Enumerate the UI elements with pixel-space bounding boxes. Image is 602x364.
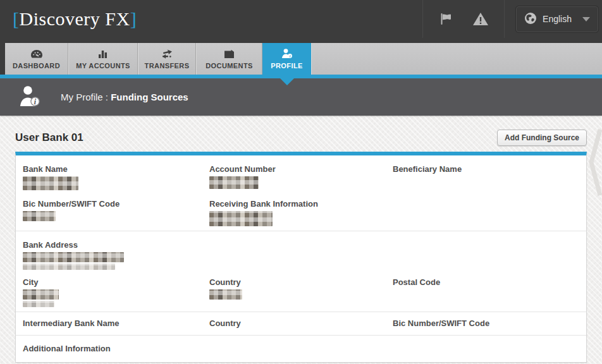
breadcrumb-page: Funding Sources (111, 92, 188, 102)
breadcrumb: My Profile : Funding Sources (61, 92, 188, 102)
tab-dashboard[interactable]: DASHBOARD (5, 43, 68, 75)
panel-section-bank: Bank Name Account Number Beneficiary Nam… (16, 155, 586, 231)
field-bank-name: Bank Name (23, 164, 209, 191)
panel-section-additional: Additional Information (16, 335, 586, 362)
chevron-down-icon (582, 17, 590, 21)
field-label: City (23, 277, 209, 288)
redacted-value (209, 211, 273, 226)
field-label: Bank Name (23, 164, 209, 174)
active-tab-underline (0, 75, 602, 78)
warning-icon[interactable] (472, 11, 489, 27)
field-additional-information: Additional Information (23, 343, 586, 354)
logo-bracket-left: [ (13, 8, 20, 29)
gauge-icon (30, 49, 44, 59)
exchange-arrows-icon (160, 49, 174, 59)
field-label: Receiving Bank Information (209, 198, 393, 209)
globe-icon (524, 12, 537, 27)
header-icon-group (422, 0, 505, 38)
page-title: User Bank 01 (15, 131, 83, 144)
field-label: Beneficiary Name (393, 164, 586, 174)
profile-person-icon: i (17, 85, 45, 110)
field-label: Postal Code (393, 277, 586, 288)
tab-my-accounts[interactable]: MY ACCOUNTS (68, 43, 138, 75)
add-funding-source-button[interactable]: Add Funding Source (497, 130, 587, 146)
person-info-icon: i (280, 48, 294, 59)
panel-section-address: Bank Address City Country (16, 231, 586, 312)
breadcrumb-section: My Profile (61, 92, 103, 102)
app-logo: [Discovery FX] (13, 8, 137, 30)
field-label: Country (209, 318, 393, 329)
field-intermediary-bic: Bic Number/SWIFT Code (393, 318, 586, 329)
field-row: Bank Address (23, 240, 586, 270)
header-right: English (422, 0, 602, 38)
field-row: Bic Number/SWIFT Code Receiving Bank Inf… (23, 198, 586, 226)
field-label: Bank Address (23, 240, 586, 250)
field-label: Additional Information (23, 343, 586, 354)
field-row: Additional Information (23, 343, 586, 354)
field-postal-code: Postal Code (393, 277, 586, 307)
tab-label: DASHBOARD (13, 62, 60, 70)
flag-icon[interactable] (438, 11, 453, 27)
field-label: Country (209, 277, 393, 288)
tab-label: MY ACCOUNTS (76, 62, 130, 70)
field-intermediary-bank-name: Intermediary Bank Name (23, 318, 209, 329)
empty-value (393, 289, 586, 305)
funding-source-panel: Bank Name Account Number Beneficiary Nam… (15, 152, 587, 363)
logo-text: Discovery FX (20, 8, 130, 29)
redacted-value (23, 176, 78, 190)
field-bank-address: Bank Address (23, 240, 586, 270)
tab-strip-filler (311, 43, 602, 75)
redacted-value (23, 289, 59, 300)
breadcrumb-bar: i My Profile : Funding Sources (0, 78, 602, 116)
field-account-number: Account Number (209, 164, 393, 191)
field-city: City (23, 277, 209, 307)
tab-label: DOCUMENTS (206, 62, 253, 70)
tab-label: PROFILE (271, 62, 302, 70)
tab-label: TRANSFERS (145, 62, 190, 70)
nav-tabs: DASHBOARD MY ACCOUNTS TRA (5, 43, 602, 75)
field-label: Account Number (209, 164, 393, 174)
panel-section-intermediary: Intermediary Bank Name Country Bic Numbe… (16, 312, 586, 335)
folder-icon (223, 49, 236, 59)
field-label: Bic Number/SWIFT Code (393, 318, 586, 329)
field-intermediary-country: Country (209, 318, 393, 329)
redacted-value (23, 301, 54, 307)
field-row: Intermediary Bank Name Country Bic Numbe… (23, 318, 586, 329)
tab-transfers[interactable]: TRANSFERS (138, 43, 196, 75)
breadcrumb-separator: : (103, 92, 111, 102)
redacted-value (23, 264, 115, 270)
app-header: [Discovery FX] (0, 0, 602, 38)
main-nav: DASHBOARD MY ACCOUNTS TRA (0, 38, 602, 78)
empty-value (393, 176, 586, 191)
field-country: Country (209, 277, 393, 307)
redacted-value (23, 252, 124, 262)
language-label: English (543, 14, 572, 24)
field-row: City Country Postal Code (23, 277, 586, 307)
content-header-row: User Bank 01 Add Funding Source (15, 130, 587, 146)
field-label: Bic Number/SWIFT Code (23, 198, 209, 209)
redacted-value (209, 176, 259, 189)
tab-documents[interactable]: DOCUMENTS (196, 43, 262, 75)
tab-profile[interactable]: i PROFILE (262, 43, 311, 75)
field-spacer (393, 198, 586, 226)
logo-bracket-right: ] (130, 8, 137, 29)
redacted-value (209, 289, 242, 300)
field-label: Intermediary Bank Name (23, 318, 209, 329)
field-row: Bank Name Account Number Beneficiary Nam… (23, 164, 586, 191)
content-area: User Bank 01 Add Funding Source Bank Nam… (0, 116, 602, 364)
redacted-value (23, 211, 56, 221)
panel-edge-chevron-icon[interactable] (588, 124, 602, 203)
field-bic-swift: Bic Number/SWIFT Code (23, 198, 209, 226)
language-selector[interactable]: English (516, 6, 598, 32)
bar-chart-icon (97, 49, 109, 59)
field-receiving-bank-info: Receiving Bank Information (209, 198, 393, 226)
field-beneficiary-name: Beneficiary Name (393, 164, 586, 191)
